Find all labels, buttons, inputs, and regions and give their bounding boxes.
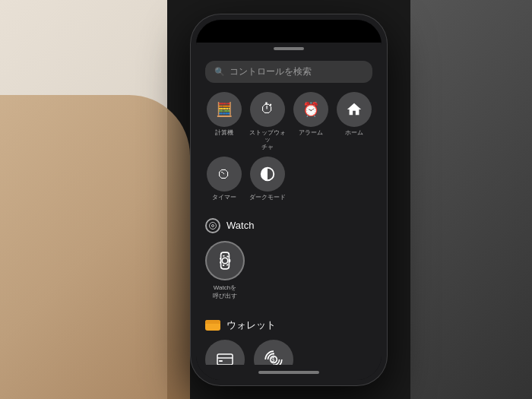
wallet-section-title: ウォレット xyxy=(226,318,276,332)
darkmode-button[interactable] xyxy=(250,157,285,192)
drag-handle[interactable] xyxy=(274,47,304,50)
control-item-calculator[interactable]: 🧮 計算機 xyxy=(205,92,242,151)
wallet-controls-row: ウォレット xyxy=(205,340,372,365)
control-item-home[interactable]: ホーム xyxy=(335,92,372,151)
stopwatch-label: ストップウォッチャ xyxy=(249,129,286,151)
tap-to-cash-item[interactable]: $ Tap to Cash xyxy=(254,340,293,365)
wallet-header-icon xyxy=(205,320,220,331)
controls-grid-row1: 🧮 計算機 ⏱ ストップウォッチャ ⏰ アラーム xyxy=(205,92,372,151)
home-bar xyxy=(258,371,319,374)
wallet-item[interactable]: ウォレット xyxy=(205,340,245,365)
watch-section-icon xyxy=(205,218,220,233)
home-indicator xyxy=(196,365,382,380)
svg-point-0 xyxy=(210,222,217,229)
timer-label: タイマー xyxy=(212,194,236,201)
calculator-label: 計算機 xyxy=(215,129,233,137)
screen: 🔍 コントロールを検索 🧮 計算機 ⏱ ストップウォッチャ ⏰ ア xyxy=(196,20,382,380)
home-label: ホーム xyxy=(345,129,363,137)
watch-call-item[interactable]: Watchを呼び出す xyxy=(205,241,245,300)
home-button[interactable] xyxy=(337,92,372,127)
svg-point-1 xyxy=(212,224,214,226)
darkmode-label: ダークモード xyxy=(249,194,286,201)
svg-rect-5 xyxy=(217,354,233,365)
control-item-timer[interactable]: ⏲ タイマー xyxy=(205,157,242,201)
search-placeholder: コントロールを検索 xyxy=(230,65,312,78)
calculator-button[interactable]: 🧮 xyxy=(207,92,242,127)
wallet-section: ウォレット ウォレット xyxy=(205,317,372,365)
controls-grid-row2: ⏲ タイマー ダークモード xyxy=(205,157,372,201)
notch-area xyxy=(196,20,382,43)
wallet-button[interactable] xyxy=(205,340,245,365)
watch-section-title: Watch xyxy=(226,220,254,231)
tap-to-cash-button[interactable]: $ xyxy=(254,340,293,365)
control-item-stopwatch[interactable]: ⏱ ストップウォッチャ xyxy=(249,92,286,151)
search-icon: 🔍 xyxy=(214,67,225,77)
control-item-alarm[interactable]: ⏰ アラーム xyxy=(292,92,329,151)
alarm-label: アラーム xyxy=(299,129,323,137)
wallet-section-header: ウォレット xyxy=(205,317,372,334)
search-bar[interactable]: 🔍 コントロールを検索 xyxy=(205,61,372,83)
watch-section-header: Watch xyxy=(205,217,372,235)
notch xyxy=(258,26,319,40)
stopwatch-button[interactable]: ⏱ xyxy=(250,92,285,127)
phone-screen: 🔍 コントロールを検索 🧮 計算機 ⏱ ストップウォッチャ ⏰ ア xyxy=(196,20,382,380)
watch-call-button[interactable] xyxy=(205,241,245,280)
watch-controls-row: Watchを呼び出す xyxy=(205,241,372,300)
watch-section: Watch Watchを呼び出す xyxy=(205,217,372,300)
svg-text:$: $ xyxy=(271,356,275,363)
control-center-content: 🔍 コントロールを検索 🧮 計算機 ⏱ ストップウォッチャ ⏰ ア xyxy=(196,55,382,365)
phone: 🔍 コントロールを検索 🧮 計算機 ⏱ ストップウォッチャ ⏰ ア xyxy=(190,14,388,386)
svg-rect-7 xyxy=(219,360,223,362)
control-item-darkmode[interactable]: ダークモード xyxy=(249,157,286,201)
alarm-button[interactable]: ⏰ xyxy=(293,92,328,127)
watch-call-label: Watchを呼び出す xyxy=(213,283,237,300)
timer-button[interactable]: ⏲ xyxy=(207,157,242,192)
svg-point-3 xyxy=(222,258,228,264)
background-right xyxy=(410,0,532,399)
hand xyxy=(0,95,190,399)
